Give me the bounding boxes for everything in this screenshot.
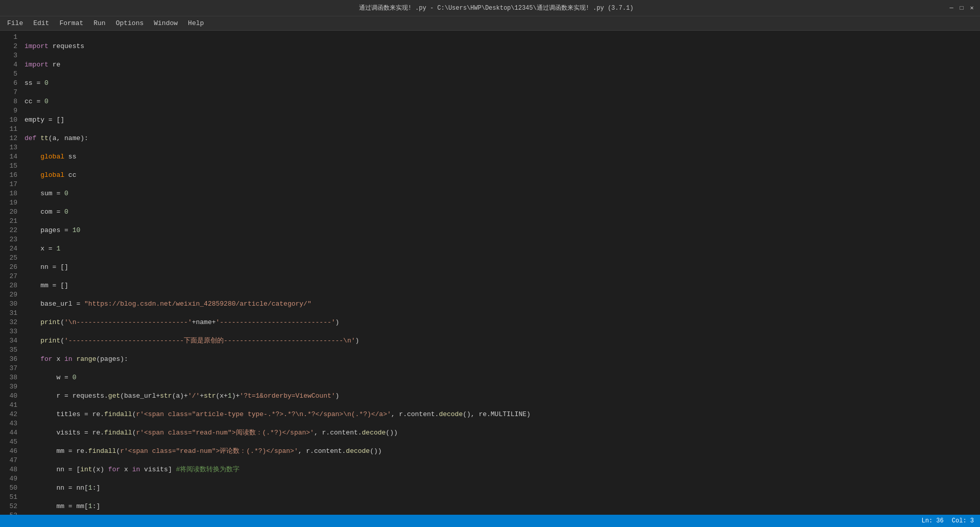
editor-container: 1234 5678 9101112 13141516 17181920 2122… [0, 31, 980, 515]
menu-help[interactable]: Help [183, 17, 209, 29]
title-bar-controls: ─ □ ✕ [947, 4, 976, 12]
status-col: Col: 3 [952, 517, 974, 524]
maximize-button[interactable]: □ [958, 4, 966, 12]
menu-window[interactable]: Window [149, 17, 183, 29]
menu-run[interactable]: Run [88, 17, 110, 29]
close-button[interactable]: ✕ [968, 4, 976, 12]
title-bar-text: 通过调函数来实现! .py - C:\Users\HWP\Desktop\123… [45, 4, 947, 12]
status-bar: Ln: 36 Col: 3 [0, 515, 980, 527]
menu-format[interactable]: Format [54, 17, 88, 29]
code-area[interactable]: import requests import re ss = 0 cc = 0 … [20, 31, 980, 515]
status-line: Ln: 36 [922, 517, 944, 524]
line-numbers: 1234 5678 9101112 13141516 17181920 2122… [0, 31, 20, 515]
menu-file[interactable]: File [2, 17, 28, 29]
title-bar: 通过调函数来实现! .py - C:\Users\HWP\Desktop\123… [0, 0, 980, 16]
menu-edit[interactable]: Edit [28, 17, 54, 29]
menu-bar: File Edit Format Run Options Window Help [0, 16, 980, 31]
menu-options[interactable]: Options [111, 17, 149, 29]
minimize-button[interactable]: ─ [947, 4, 955, 12]
